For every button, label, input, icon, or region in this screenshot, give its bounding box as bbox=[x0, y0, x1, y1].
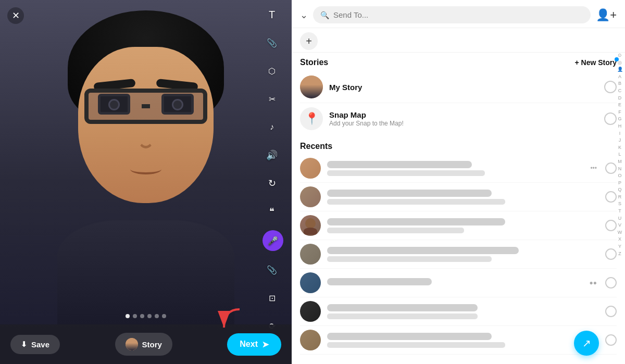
index-icon-friends[interactable]: 👤 bbox=[617, 66, 623, 73]
index-letter-z[interactable]: Z bbox=[618, 250, 621, 257]
save-button[interactable]: ⬇ Save bbox=[10, 335, 60, 354]
dot-5 bbox=[155, 314, 159, 318]
next-button[interactable]: Next ➤ bbox=[227, 333, 281, 356]
dot-3 bbox=[140, 314, 144, 318]
index-letter-c[interactable]: C bbox=[618, 87, 622, 94]
index-icon-recent[interactable]: ◎ bbox=[618, 59, 622, 66]
dots-indicator: ●● bbox=[590, 279, 597, 286]
close-button[interactable]: ✕ bbox=[7, 7, 24, 24]
pagination-dots bbox=[126, 314, 166, 318]
snap-map-item[interactable]: 📍 Snap Map Add your Snap to the Map! bbox=[300, 103, 617, 134]
index-letter-q[interactable]: Q bbox=[618, 186, 621, 193]
recent-text bbox=[327, 333, 601, 348]
recent-radio[interactable] bbox=[605, 306, 617, 317]
dot-4 bbox=[147, 314, 152, 318]
avatar-body bbox=[57, 220, 234, 324]
dots-indicator: ••• bbox=[590, 165, 597, 172]
music-tool-button[interactable]: ♪ bbox=[262, 118, 281, 136]
avatar-mouth bbox=[130, 164, 161, 174]
rotate-tool-button[interactable]: ↻ bbox=[262, 174, 281, 193]
index-letter-m[interactable]: M bbox=[618, 158, 622, 165]
search-input-wrap[interactable]: 🔍 bbox=[313, 6, 591, 23]
recent-item[interactable]: ••• bbox=[300, 154, 617, 183]
share-fab-button[interactable]: ↗ bbox=[574, 331, 599, 356]
recent-avatar bbox=[300, 301, 321, 322]
dot-2 bbox=[133, 314, 137, 318]
recents-section: Recents ••• bbox=[292, 137, 625, 364]
recent-text bbox=[327, 218, 601, 233]
stories-section: Stories + New Story My Story 📍 Snap Map bbox=[292, 53, 625, 137]
index-letter-u[interactable]: U bbox=[618, 215, 622, 222]
recent-item[interactable] bbox=[300, 240, 617, 269]
dot-6 bbox=[162, 314, 166, 318]
recent-item[interactable] bbox=[300, 183, 617, 211]
recent-avatar bbox=[300, 330, 321, 350]
recent-radio[interactable] bbox=[605, 334, 617, 346]
index-letter-y[interactable]: Y bbox=[618, 243, 621, 250]
avatar-background bbox=[0, 0, 292, 364]
index-letter-v[interactable]: V bbox=[618, 222, 621, 229]
recent-item[interactable]: ●● bbox=[300, 269, 617, 297]
editor-toolbar: T 📎 ⬡ ✂ ♪ 🔊 ↻ ❝ 🎤 bbox=[262, 5, 283, 335]
quote-tool-button[interactable]: ❝ bbox=[262, 202, 281, 221]
index-letter-p[interactable]: P bbox=[618, 180, 621, 186]
sound-tool-button[interactable]: 🔊 bbox=[262, 146, 281, 165]
index-letter-g[interactable]: G bbox=[618, 116, 621, 122]
chevron-down-icon[interactable]: ⌄ bbox=[300, 9, 308, 21]
index-letter-e[interactable]: E bbox=[618, 102, 621, 108]
recent-text bbox=[327, 190, 601, 205]
recent-text bbox=[327, 278, 590, 287]
snap-map-name: Snap Map bbox=[329, 110, 604, 119]
recent-text bbox=[327, 161, 590, 176]
index-letter-i[interactable]: I bbox=[619, 130, 621, 137]
stories-section-title: Stories bbox=[300, 58, 328, 67]
avatar-face bbox=[78, 47, 214, 203]
index-letter-o[interactable]: O bbox=[618, 172, 621, 179]
snap-editor-panel: ✕ T 📎 ⬡ ✂ ♪ 🔊 ↻ bbox=[0, 0, 292, 364]
my-story-item[interactable]: My Story bbox=[300, 71, 617, 103]
add-friend-button[interactable]: 👤+ bbox=[596, 8, 617, 22]
index-letter-l[interactable]: L bbox=[618, 151, 621, 158]
mic-tool-button[interactable]: 🎤 bbox=[262, 230, 283, 251]
link-tool-button[interactable]: 📎 bbox=[262, 33, 281, 52]
index-icon-search[interactable]: ⊙ bbox=[618, 52, 622, 59]
search-input[interactable] bbox=[333, 10, 583, 19]
story-avatar-icon bbox=[126, 338, 138, 350]
plus-row: + bbox=[292, 28, 625, 53]
recent-item[interactable] bbox=[300, 326, 617, 355]
index-letter-f[interactable]: F bbox=[618, 109, 621, 116]
recent-item[interactable] bbox=[300, 211, 617, 240]
index-letter-w[interactable]: W bbox=[618, 229, 622, 236]
index-letter-s[interactable]: S bbox=[618, 200, 621, 207]
attach-tool-button[interactable]: 📎 bbox=[262, 260, 281, 279]
index-letter-x[interactable]: X bbox=[618, 236, 621, 243]
recent-avatar bbox=[300, 186, 321, 207]
crop-tool-button[interactable]: ⊡ bbox=[262, 288, 281, 307]
index-letter-h[interactable]: H bbox=[618, 123, 622, 130]
avatar-nose bbox=[138, 130, 154, 148]
red-arrow-indicator bbox=[214, 304, 245, 335]
index-letter-t[interactable]: T bbox=[618, 208, 621, 215]
recent-item[interactable] bbox=[300, 297, 617, 326]
new-story-button[interactable]: + New Story bbox=[574, 58, 617, 67]
save-icon: ⬇ bbox=[21, 340, 27, 348]
index-letter-b[interactable]: B bbox=[618, 80, 621, 87]
index-letter-d[interactable]: D bbox=[618, 95, 622, 102]
index-letter-a[interactable]: A bbox=[618, 73, 621, 80]
sticker-tool-button[interactable]: ⬡ bbox=[262, 61, 281, 80]
alphabet-index: ⊙ ◎ 👤 A B C D E F G H I J K L M N O P Q … bbox=[615, 52, 625, 257]
recent-avatar bbox=[300, 244, 321, 265]
snap-map-subtitle: Add your Snap to the Map! bbox=[329, 120, 604, 127]
index-letter-j[interactable]: J bbox=[619, 137, 621, 144]
index-letter-k[interactable]: K bbox=[618, 144, 621, 151]
stories-header: Stories + New Story bbox=[300, 58, 617, 67]
text-tool-button[interactable]: T bbox=[262, 5, 281, 24]
share-icon: ↗ bbox=[582, 337, 591, 349]
index-letter-r[interactable]: R bbox=[618, 194, 622, 200]
scissors-tool-button[interactable]: ✂ bbox=[262, 90, 281, 108]
avatar-glasses bbox=[84, 89, 207, 124]
index-letter-n[interactable]: N bbox=[618, 166, 622, 172]
recent-radio[interactable] bbox=[605, 277, 617, 288]
story-button[interactable]: Story bbox=[115, 333, 172, 356]
new-group-button[interactable]: + bbox=[300, 32, 318, 50]
